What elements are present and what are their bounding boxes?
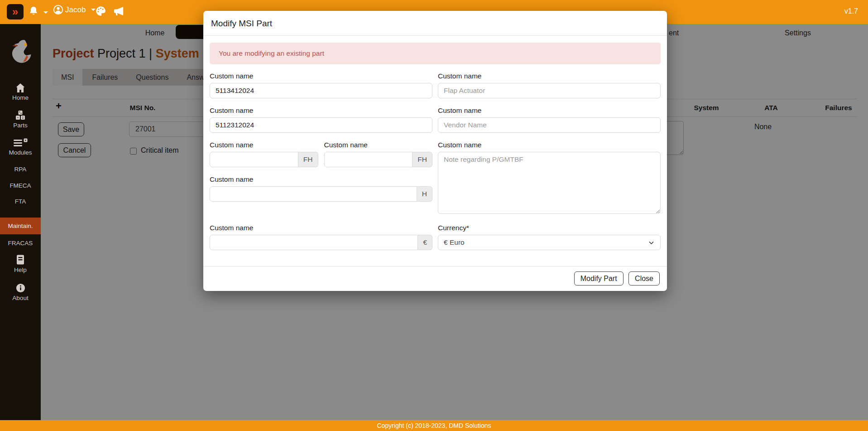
- currency-select[interactable]: € Euro: [438, 235, 661, 250]
- copyright-text: Copyright (c) 2018-2023, DMD Solutions: [377, 422, 491, 429]
- part-number-2-input[interactable]: [210, 117, 432, 133]
- announcements-button[interactable]: [112, 5, 125, 19]
- field-fh-1: Custom name FH: [210, 140, 318, 167]
- modules-icon: [14, 138, 28, 148]
- double-chevron-right-icon: »: [12, 5, 18, 18]
- field-label: Custom name: [324, 140, 433, 150]
- user-name: Jacob: [65, 5, 86, 15]
- sidebar-item-label: FTA: [15, 198, 26, 205]
- sidebar-item-label: FMECA: [10, 182, 31, 189]
- notifications-button[interactable]: [28, 5, 39, 19]
- note-textarea[interactable]: [438, 152, 661, 214]
- field-label: Custom name: [210, 174, 432, 184]
- sidebar-item-home[interactable]: Home: [0, 83, 41, 101]
- robin-bird-logo: [7, 39, 34, 67]
- sidebar: Home Parts Modules RPA FMECA FTA Maintai: [0, 24, 41, 420]
- fh-2-input[interactable]: [324, 152, 413, 167]
- fh-unit-addon: FH: [412, 152, 432, 167]
- field-hours-group: Custom name FH Custom name FH: [210, 140, 432, 216]
- sidebar-item-label: Maintain.: [8, 223, 33, 229]
- field-label: Currency*: [438, 223, 661, 232]
- sidebar-item-label: Parts: [13, 122, 28, 129]
- field-label: Custom name: [438, 140, 661, 150]
- sidebar-toggle-button[interactable]: »: [7, 4, 24, 19]
- theme-button[interactable]: [95, 5, 106, 18]
- sidebar-item-label: Home: [12, 94, 29, 101]
- modal-footer: Modify Part Close: [203, 266, 667, 291]
- sidebar-item-fta[interactable]: FTA: [0, 198, 41, 205]
- sidebar-item-help[interactable]: Help: [0, 254, 41, 273]
- field-label: Custom name: [210, 106, 432, 115]
- modify-part-button[interactable]: Modify Part: [574, 271, 623, 286]
- sidebar-item-maintain[interactable]: Maintain.: [0, 218, 41, 234]
- field-label: Custom name: [210, 71, 432, 81]
- help-icon: [15, 254, 25, 265]
- info-icon: [15, 283, 26, 293]
- modal-title: Modify MSI Part: [203, 11, 667, 36]
- field-currency: Currency* € Euro: [438, 223, 661, 250]
- user-menu-button[interactable]: Jacob: [53, 5, 96, 15]
- field-fh-2: Custom name FH: [324, 140, 433, 167]
- megaphone-icon: [112, 5, 125, 17]
- sidebar-item-modules[interactable]: Modules: [0, 138, 41, 156]
- field-label: Custom name: [210, 223, 432, 232]
- part-name-input[interactable]: [438, 83, 661, 98]
- field-h: Custom name H: [210, 174, 432, 202]
- field-vendor-name: Custom name: [438, 106, 661, 133]
- sidebar-item-about[interactable]: About: [0, 283, 41, 301]
- field-part-number-2: Custom name: [210, 106, 432, 133]
- h-input[interactable]: [210, 186, 417, 202]
- field-note: Custom name: [438, 140, 661, 216]
- field-part-name: Custom name: [438, 71, 661, 98]
- app-version: v1.7: [844, 7, 858, 15]
- warning-alert: You are modifying an existing part: [210, 43, 661, 64]
- sidebar-item-label: Help: [14, 266, 27, 273]
- footer: Copyright (c) 2018-2023, DMD Solutions: [0, 420, 868, 431]
- parts-icon: [15, 110, 26, 121]
- h-unit-addon: H: [417, 186, 432, 202]
- caret-down-icon[interactable]: [43, 11, 48, 14]
- sidebar-item-rpa[interactable]: RPA: [0, 166, 41, 173]
- modify-msi-part-modal: Modify MSI Part You are modifying an exi…: [203, 11, 667, 291]
- field-label: Custom name: [210, 140, 318, 150]
- currency-selected-value: € Euro: [444, 238, 465, 247]
- sidebar-item-label: FRACAS: [8, 240, 33, 247]
- user-avatar-icon: [53, 5, 63, 15]
- part-number-input[interactable]: [210, 83, 432, 98]
- fh-unit-addon: FH: [298, 152, 318, 167]
- euro-unit-addon: €: [418, 235, 432, 250]
- sidebar-item-parts[interactable]: Parts: [0, 110, 41, 129]
- fh-1-input[interactable]: [210, 152, 298, 167]
- sidebar-item-fmeca[interactable]: FMECA: [0, 182, 41, 189]
- sidebar-item-label: About: [12, 295, 28, 301]
- field-part-number-1: Custom name: [210, 71, 432, 98]
- field-cost: Custom name €: [210, 223, 432, 250]
- field-label: Custom name: [438, 71, 661, 81]
- bell-icon: [28, 5, 39, 18]
- close-button[interactable]: Close: [628, 271, 660, 286]
- cost-input[interactable]: [210, 235, 418, 250]
- sidebar-item-label: Modules: [9, 149, 32, 156]
- home-icon: [15, 83, 26, 93]
- field-label: Custom name: [438, 106, 661, 115]
- palette-icon: [95, 5, 106, 17]
- vendor-name-input[interactable]: [438, 117, 661, 133]
- sidebar-item-fracas[interactable]: FRACAS: [0, 240, 41, 247]
- sidebar-item-label: RPA: [14, 166, 27, 173]
- chevron-down-icon: [648, 239, 655, 246]
